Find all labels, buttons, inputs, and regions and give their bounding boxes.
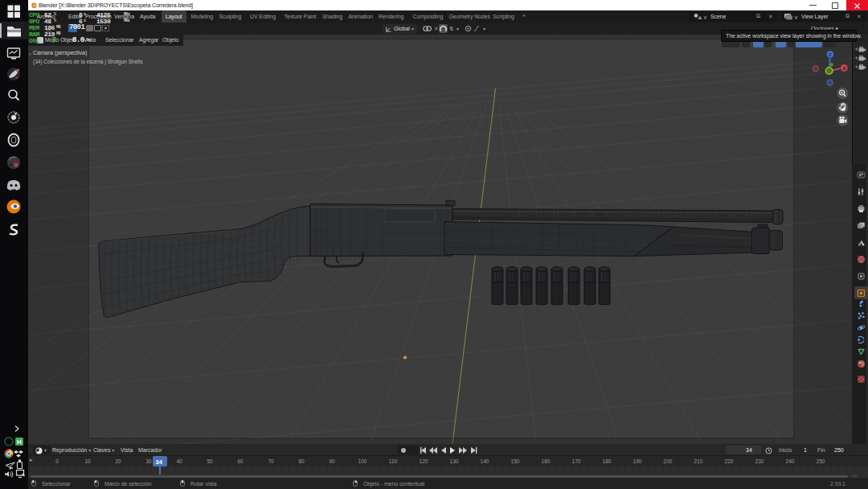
svg-text:H: H [17,438,22,446]
svg-text:X: X [842,66,845,71]
